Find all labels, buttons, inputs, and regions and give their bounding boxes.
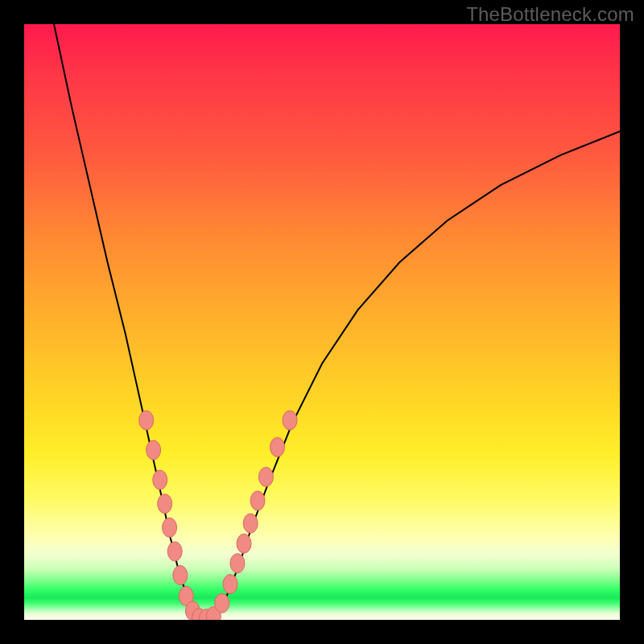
- bead-marker: [163, 518, 177, 537]
- bead-marker: [215, 593, 229, 613]
- bead-marker: [243, 514, 258, 533]
- plot-area: [24, 24, 620, 620]
- bead-marker: [283, 411, 297, 430]
- curve-layer: [24, 24, 620, 620]
- bead-marker: [270, 437, 285, 456]
- bead-markers: [139, 411, 297, 620]
- bead-marker: [223, 575, 237, 594]
- bottleneck-curve: [54, 24, 620, 620]
- bead-marker: [158, 494, 172, 514]
- bead-marker: [230, 554, 245, 573]
- watermark-text: TheBottleneck.com: [466, 3, 634, 26]
- bead-marker: [139, 411, 154, 430]
- bead-marker: [237, 534, 251, 553]
- bead-marker: [173, 566, 188, 585]
- bead-marker: [167, 542, 182, 561]
- bead-marker: [250, 491, 265, 510]
- bead-marker: [258, 467, 273, 486]
- bead-marker: [147, 440, 161, 460]
- bead-marker: [153, 470, 167, 489]
- chart-frame: TheBottleneck.com: [0, 0, 644, 644]
